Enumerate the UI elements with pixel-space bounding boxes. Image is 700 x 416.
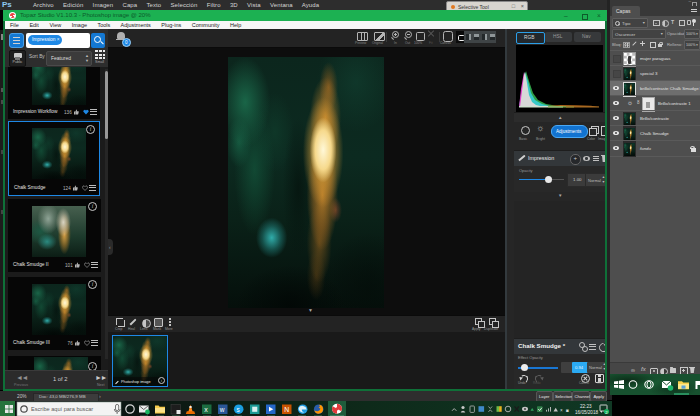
svg-text:◙: ◙ [566,408,569,413]
svg-text:22:23: 22:23 [580,404,592,409]
svg-text:Escribe aquí para buscar: Escribe aquí para buscar [31,406,93,412]
svg-text:x: x [204,406,208,413]
svg-text:16/05/2018: 16/05/2018 [575,410,598,415]
svg-text:×: × [560,408,563,413]
svg-text:N: N [284,406,289,413]
svg-text:w: w [219,406,225,413]
